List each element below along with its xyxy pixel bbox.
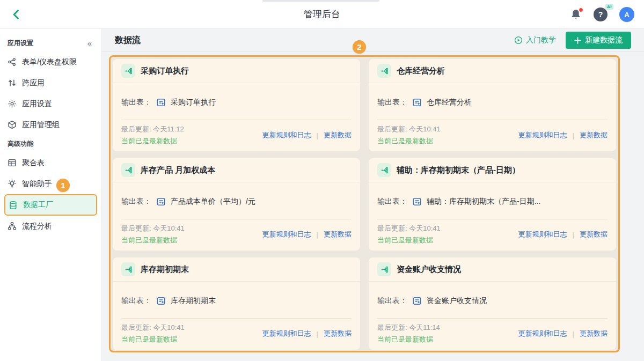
cube-icon	[8, 120, 17, 129]
update-data-link[interactable]: 更新数据	[580, 329, 608, 338]
last-updated-text: 最后更新: 今天10:41	[121, 323, 185, 333]
sidebar-item-label: 应用设置	[22, 99, 52, 109]
dataflow-card-monthly-weighted-cost[interactable]: 库存产品 月加权成本 输出表： 产品成本单价（平均）/元 最后更新: 今天10:…	[113, 158, 360, 251]
card-title: 库存期初期末	[141, 264, 189, 275]
update-rules-log-link[interactable]: 更新规则和日志	[518, 230, 567, 239]
last-updated-text: 最后更新: 今天10:41	[377, 224, 441, 233]
status-text: 当前已是最新数据	[377, 335, 440, 344]
update-data-link[interactable]: 更新数据	[324, 329, 352, 338]
dataflow-card-grid: 采购订单执行 输出表： 采购订单执行 最后更新: 今天11:12 当前已是最新数…	[109, 55, 620, 352]
tutorial-label: 入门教学	[526, 35, 556, 45]
last-updated-text: 最后更新: 今天11:12	[121, 124, 184, 134]
aggregate-table-icon	[8, 158, 17, 167]
share-nodes-icon	[8, 57, 17, 67]
update-data-link[interactable]: 更新数据	[324, 230, 352, 239]
dataflow-card-inventory-period[interactable]: 库存期初期末 输出表： 库存期初期末 最后更新: 今天10:41 当前已是最新数…	[113, 257, 360, 350]
sidebar-item-cross-app[interactable]: 跨应用	[0, 72, 101, 93]
sidebar-item-label: 聚合表	[22, 158, 45, 168]
card-title: 辅助：库存期初期末（产品-日期）	[397, 165, 520, 175]
link-separator: |	[317, 131, 318, 139]
page-title: 数据流	[115, 35, 141, 46]
output-table-label: 输出表：	[377, 98, 407, 107]
table-icon	[156, 98, 166, 107]
table-icon	[156, 296, 166, 306]
output-table-label: 输出表：	[121, 98, 151, 107]
page-header-title: 管理后台	[0, 0, 644, 29]
question-mark-icon: ?	[598, 10, 603, 19]
status-text: 当前已是最新数据	[121, 235, 185, 245]
status-text: 当前已是最新数据	[377, 136, 441, 146]
ai-badge: AI	[605, 4, 613, 10]
output-table-name[interactable]: 采购订单执行	[171, 98, 216, 107]
help-button[interactable]: ? AI	[594, 8, 608, 21]
sidebar-collapse-button[interactable]: «	[87, 39, 92, 48]
sidebar-item-smart-assistant[interactable]: 智能助手	[0, 173, 101, 194]
notification-bell-button[interactable]	[570, 9, 582, 20]
sidebar-item-label: 智能助手	[22, 179, 52, 189]
user-avatar[interactable]: A	[619, 7, 634, 22]
output-table-label: 输出表：	[377, 296, 407, 306]
update-rules-log-link[interactable]: 更新规则和日志	[262, 230, 311, 239]
dataflow-merge-icon	[121, 262, 135, 276]
sidebar-item-aggregate-table[interactable]: 聚合表	[0, 152, 101, 173]
card-title: 资金账户收支情况	[397, 264, 461, 275]
output-table-name[interactable]: 产品成本单价（平均）/元	[171, 197, 255, 207]
card-title: 采购订单执行	[141, 66, 189, 76]
sidebar-item-app-settings[interactable]: 应用设置	[0, 93, 101, 114]
top-bar: 管理后台 ? AI A	[0, 0, 644, 29]
annotation-badge-1: 1	[56, 179, 70, 192]
output-table-name[interactable]: 库存期初期末	[171, 296, 216, 306]
dataflow-card-warehouse-analysis[interactable]: 仓库经营分析 输出表： 仓库经营分析 最后更新: 今天10:41 当前已是最新数…	[369, 59, 616, 151]
sidebar-item-data-factory[interactable]: 数据工厂	[4, 194, 97, 216]
output-table-name[interactable]: 资金账户收支情况	[427, 296, 487, 306]
sidebar-item-label: 跨应用	[22, 78, 45, 88]
tutorial-link[interactable]: 入门教学	[514, 35, 556, 45]
plus-icon	[574, 37, 581, 44]
update-rules-log-link[interactable]: 更新规则和日志	[518, 329, 567, 338]
status-text: 当前已是最新数据	[121, 136, 184, 146]
play-circle-icon	[514, 36, 523, 45]
card-title: 库存产品 月加权成本	[141, 165, 215, 175]
card-title: 仓库经营分析	[397, 66, 445, 76]
table-icon	[156, 197, 166, 207]
sidebar-item-label: 数据工厂	[23, 200, 53, 210]
dataflow-merge-icon	[121, 64, 135, 78]
output-table-label: 输出表：	[377, 197, 407, 207]
link-separator: |	[573, 131, 574, 139]
dataflow-card-aux-inventory-period[interactable]: 辅助：库存期初期末（产品-日期） 输出表： 辅助：库存期初期末（产品-日期...…	[369, 158, 616, 251]
dataflow-merge-icon	[121, 163, 135, 177]
update-data-link[interactable]: 更新数据	[324, 130, 352, 140]
sidebar-item-label: 应用管理组	[22, 120, 60, 130]
content-header: 数据流 入门教学 新建数据流	[102, 29, 644, 52]
sidebar-item-process-analysis[interactable]: 流程分析	[0, 216, 101, 237]
dataflow-merge-icon	[377, 262, 391, 276]
link-separator: |	[573, 231, 574, 239]
update-data-link[interactable]: 更新数据	[580, 230, 608, 239]
sidebar-item-form-dashboard-permissions[interactable]: 表单/仪表盘权限	[0, 51, 101, 72]
dataflow-card-purchase-order[interactable]: 采购订单执行 输出表： 采购订单执行 最后更新: 今天11:12 当前已是最新数…	[113, 59, 360, 151]
gear-icon	[8, 99, 17, 108]
cross-app-arrows-icon	[8, 78, 17, 87]
sidebar: « 应用设置 表单/仪表盘权限 跨应用 应用设置 应用管理组	[0, 29, 102, 361]
update-rules-log-link[interactable]: 更新规则和日志	[262, 329, 311, 338]
sidebar-item-app-management-group[interactable]: 应用管理组	[0, 114, 101, 135]
last-updated-text: 最后更新: 今天11:14	[377, 323, 440, 333]
link-separator: |	[317, 330, 318, 338]
notification-dot	[579, 8, 583, 12]
last-updated-text: 最后更新: 今天10:41	[377, 124, 441, 134]
output-table-name[interactable]: 仓库经营分析	[427, 98, 472, 107]
sidebar-section-app-settings: 应用设置	[0, 34, 101, 51]
link-separator: |	[573, 330, 574, 338]
admin-backend-page: 管理后台 ? AI A « 应用设置 表单/仪表盘权限	[0, 0, 644, 361]
update-rules-log-link[interactable]: 更新规则和日志	[262, 130, 311, 140]
table-icon	[412, 296, 422, 306]
dataflow-card-fund-account[interactable]: 资金账户收支情况 输出表： 资金账户收支情况 最后更新: 今天11:14 当前已…	[369, 257, 616, 350]
update-data-link[interactable]: 更新数据	[580, 130, 608, 140]
flow-analysis-icon	[8, 222, 17, 231]
new-dataflow-button[interactable]: 新建数据流	[566, 32, 631, 49]
sidebar-item-label: 表单/仪表盘权限	[22, 57, 77, 67]
output-table-name[interactable]: 辅助：库存期初期末（产品-日期...	[427, 197, 540, 207]
annotation-badge-2: 2	[353, 40, 366, 54]
status-text: 当前已是最新数据	[121, 335, 185, 344]
update-rules-log-link[interactable]: 更新规则和日志	[518, 130, 567, 140]
